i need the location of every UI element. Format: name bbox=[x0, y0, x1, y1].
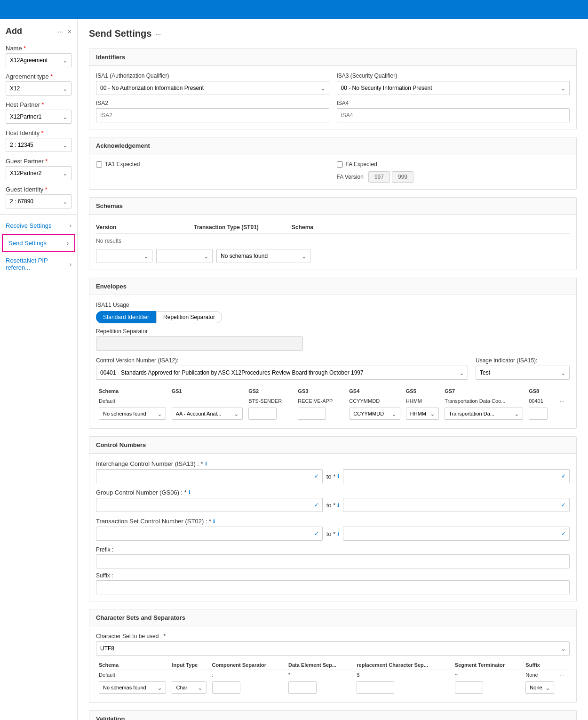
charset-select[interactable]: UTF8 bbox=[96, 641, 570, 656]
guest-identity-select-wrapper[interactable]: 2 : 67890 bbox=[6, 194, 72, 208]
agreement-type-select[interactable]: X12 bbox=[6, 81, 72, 96]
cs-component-sep-input[interactable] bbox=[212, 681, 240, 694]
gs-gs7-select-wrapper[interactable]: Transportation Da... bbox=[445, 408, 523, 420]
isa3-select-wrapper[interactable]: 00 - No Security Information Present bbox=[337, 81, 570, 95]
acknowledgement-header: Acknowledgement bbox=[89, 137, 576, 154]
isa13-to-input[interactable]: 999999999 bbox=[343, 469, 570, 483]
sidebar-item-receive-settings[interactable]: Receive Settings › bbox=[0, 217, 77, 234]
agreement-type-select-wrapper[interactable]: X12 bbox=[6, 81, 72, 96]
sidebar-item-send-settings[interactable]: Send Settings › bbox=[2, 234, 75, 252]
st02-to-input[interactable]: 999999999 bbox=[343, 527, 570, 541]
ui-select-wrapper[interactable]: Test bbox=[476, 366, 570, 380]
isa4-input[interactable] bbox=[337, 108, 570, 122]
gs-gs1-select-wrapper[interactable]: AA - Account Anal... bbox=[172, 408, 243, 420]
gs-default-gs3-val: RECEIVE-APP bbox=[295, 396, 346, 406]
gs-gs4-select-wrapper[interactable]: CCYYMMDD bbox=[349, 408, 400, 420]
main-more-icon[interactable]: ··· bbox=[155, 30, 161, 38]
validation-section: Validation Message Type EDI Validation E… bbox=[89, 710, 577, 720]
isa13-to-info-icon: ℹ bbox=[337, 473, 339, 480]
name-select[interactable]: X12Agreement bbox=[6, 53, 72, 67]
host-partner-select-wrapper[interactable]: X12Partner1 bbox=[6, 110, 72, 124]
agreement-type-label: Agreement type * bbox=[6, 73, 72, 80]
toggle-standard-identifier-button[interactable]: Standard Identifier bbox=[96, 311, 156, 323]
prefix-input[interactable] bbox=[96, 554, 570, 568]
schema-name-select-wrapper[interactable]: No schemas found bbox=[216, 249, 310, 263]
gs-schema-select[interactable]: No schemas found bbox=[99, 408, 166, 420]
st02-label: Transaction Set Control Number (ST02) : … bbox=[96, 518, 570, 525]
cs-schema-select[interactable]: No schemas found bbox=[99, 681, 166, 694]
gs-gs2-input[interactable] bbox=[248, 408, 277, 420]
rosettanet-arrow-icon: › bbox=[70, 261, 72, 268]
schema-transaction-select[interactable] bbox=[156, 249, 213, 263]
cs-data-elem-sep-input[interactable] bbox=[288, 681, 317, 694]
schema-version-select-wrapper[interactable] bbox=[96, 249, 152, 263]
gs-schema-select-cell: No schemas found bbox=[96, 406, 169, 422]
sidebar-item-rosettanet[interactable]: RosettaNet PIP referen... › bbox=[0, 252, 77, 276]
cs-input-type-select[interactable]: Char bbox=[172, 681, 206, 694]
st02-input[interactable]: 1 bbox=[96, 527, 323, 541]
ta1-checkbox[interactable] bbox=[96, 161, 102, 168]
isa1-select-wrapper[interactable]: 00 - No Authorization Information Presen… bbox=[96, 81, 329, 95]
cv-select[interactable]: 00401 - Standards Approved for Publicati… bbox=[96, 366, 468, 380]
schema-version-select[interactable] bbox=[96, 249, 152, 263]
fa-field: FA Expected FA Version 997 999 bbox=[337, 161, 570, 183]
rep-separator-input[interactable]: U bbox=[96, 336, 303, 351]
ui-select[interactable]: Test bbox=[476, 366, 570, 380]
cs-col-schema: Schema bbox=[96, 660, 169, 670]
isa1-select[interactable]: 00 - No Authorization Information Presen… bbox=[96, 81, 329, 95]
suffix-label: Suffix : bbox=[96, 572, 570, 579]
fa-version-999-button[interactable]: 999 bbox=[392, 171, 413, 183]
gs-schema-select-wrapper[interactable]: No schemas found bbox=[99, 408, 166, 420]
suffix-input[interactable] bbox=[96, 580, 570, 594]
sidebar-more-button[interactable]: ··· bbox=[57, 28, 63, 35]
col-version: Version bbox=[96, 224, 190, 231]
schema-name-select[interactable]: No schemas found bbox=[216, 249, 310, 263]
cs-input-type-select-wrapper[interactable]: Char bbox=[172, 681, 206, 694]
charset-select-wrapper[interactable]: UTF8 bbox=[96, 641, 570, 656]
gs-table-header-row: Schema GS1 GS2 GS3 GS4 GS5 GS7 GS8 bbox=[96, 386, 570, 396]
sidebar-divider bbox=[0, 214, 77, 215]
gs06-check-icon: ✓ bbox=[314, 502, 319, 508]
cs-replacement-sep-input[interactable] bbox=[357, 681, 394, 694]
gs-gs3-input[interactable] bbox=[298, 408, 326, 420]
cs-col-input-type: Input Type bbox=[169, 660, 209, 670]
send-settings-arrow-icon: › bbox=[67, 240, 69, 247]
gs06-input[interactable]: 1 bbox=[96, 498, 323, 512]
cv-row: Control Version Number (ISA12): 00401 - … bbox=[96, 357, 570, 380]
fa-checkbox[interactable] bbox=[337, 161, 343, 168]
cs-schema-select-wrapper[interactable]: No schemas found bbox=[99, 681, 166, 694]
isa3-select[interactable]: 00 - No Security Information Present bbox=[337, 81, 570, 95]
host-identity-field-group: Host Identity * 2 : 12345 bbox=[0, 127, 77, 155]
cs-segment-term-input[interactable] bbox=[455, 681, 483, 694]
st02-check-icon: ✓ bbox=[314, 530, 319, 537]
gs-gs4-select[interactable]: CCYYMMDD bbox=[349, 408, 400, 420]
isa2-input[interactable] bbox=[96, 108, 329, 122]
sidebar-close-button[interactable]: × bbox=[68, 28, 72, 35]
isa2-field: ISA2 bbox=[96, 100, 329, 122]
envelopes-body: ISA11 Usage Standard Identifier Repetiti… bbox=[89, 295, 576, 428]
host-identity-select-wrapper[interactable]: 2 : 12345 bbox=[6, 138, 72, 152]
guest-identity-select[interactable]: 2 : 67890 bbox=[6, 194, 72, 208]
agreement-type-field-group: Agreement type * X12 bbox=[0, 70, 77, 98]
guest-partner-select[interactable]: X12Partner2 bbox=[6, 166, 72, 180]
host-partner-label: Host Partner * bbox=[6, 101, 72, 108]
host-identity-select[interactable]: 2 : 12345 bbox=[6, 138, 72, 152]
isa13-input[interactable]: 1 bbox=[96, 469, 323, 483]
guest-partner-select-wrapper[interactable]: X12Partner2 bbox=[6, 166, 72, 180]
gs06-to-input[interactable]: 999999999 bbox=[343, 498, 570, 512]
host-partner-select[interactable]: X12Partner1 bbox=[6, 110, 72, 124]
gs-gs5-select-wrapper[interactable]: HHMM bbox=[406, 408, 439, 420]
cv-select-wrapper[interactable]: 00401 - Standards Approved for Publicati… bbox=[96, 366, 468, 380]
prefix-label: Prefix : bbox=[96, 546, 570, 553]
cs-suffix-select[interactable]: None bbox=[525, 681, 554, 694]
cs-suffix-select-wrapper[interactable]: None bbox=[525, 681, 554, 694]
fa-version-997-button[interactable]: 997 bbox=[368, 171, 390, 183]
schema-transaction-select-wrapper[interactable] bbox=[156, 249, 213, 263]
gs-gs8-input[interactable] bbox=[529, 408, 548, 420]
toggle-repetition-separator-button[interactable]: Repetition Separator bbox=[156, 311, 222, 323]
gs-gs1-select[interactable]: AA - Account Anal... bbox=[172, 408, 243, 420]
name-select-wrapper[interactable]: X12Agreement bbox=[6, 53, 72, 67]
gs-gs7-select[interactable]: Transportation Da... bbox=[445, 408, 523, 420]
col-schema: Schema bbox=[292, 224, 570, 231]
gs-gs5-select[interactable]: HHMM bbox=[406, 408, 439, 420]
